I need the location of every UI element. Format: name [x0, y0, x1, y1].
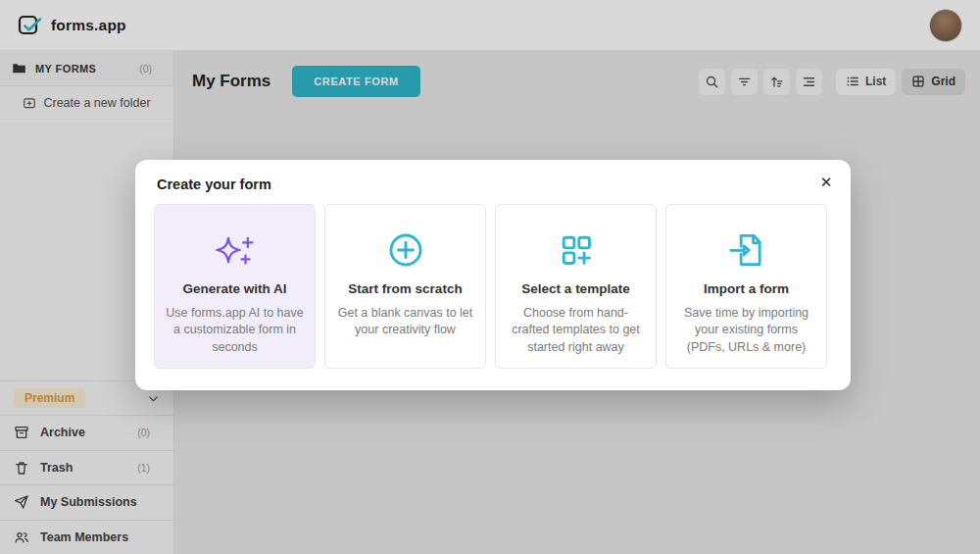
forms-app-window: forms.app MY FORMS (0) Create a new fold… [0, 0, 980, 554]
card-title: Select a template [521, 281, 629, 296]
create-options: Generate with AI Use forms.app AI to hav… [154, 204, 827, 369]
plus-circle-icon [388, 229, 423, 271]
card-title: Import a form [704, 281, 789, 296]
close-icon: ✕ [820, 174, 833, 191]
card-select-a-template[interactable]: Select a template Choose from hand-craft… [495, 204, 657, 369]
card-description: Save time by importing your existing for… [677, 305, 815, 356]
card-description: Get a blank canvas to let your creativit… [336, 305, 474, 339]
create-form-modal: Create your form ✕ Generate with AI Use … [135, 160, 851, 390]
card-import-a-form[interactable]: Import a form Save time by importing you… [665, 204, 827, 369]
template-icon [560, 229, 593, 271]
modal-title: Create your form [157, 176, 271, 192]
card-title: Start from scratch [348, 281, 462, 296]
close-button[interactable]: ✕ [813, 170, 839, 195]
card-description: Choose from hand-crafted templates to ge… [507, 305, 645, 356]
import-form-icon [728, 229, 765, 271]
card-title: Generate with AI [182, 281, 286, 296]
card-description: Use forms.app AI to have a customizable … [166, 305, 304, 356]
ai-sparkle-icon [215, 229, 256, 271]
card-start-from-scratch[interactable]: Start from scratch Get a blank canvas to… [324, 204, 486, 369]
card-generate-with-ai[interactable]: Generate with AI Use forms.app AI to hav… [154, 204, 316, 369]
